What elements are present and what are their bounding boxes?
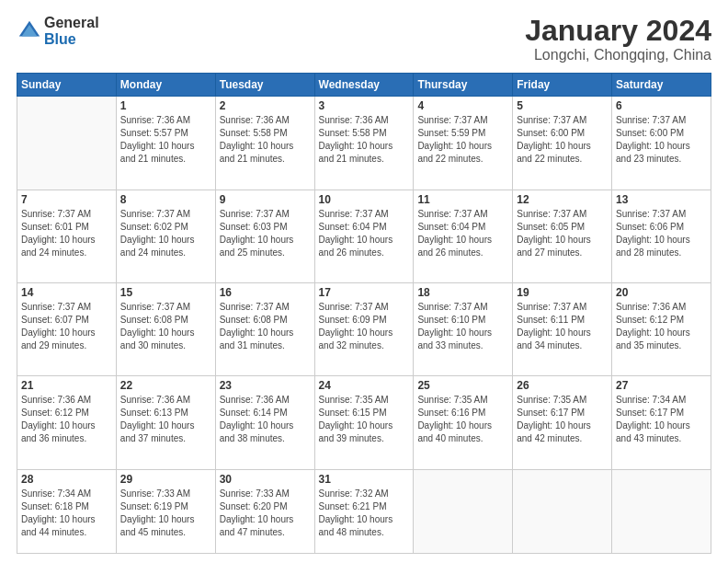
day-number: 23 bbox=[220, 379, 311, 392]
day-number: 21 bbox=[21, 379, 112, 392]
weekday-header: Saturday bbox=[612, 74, 711, 97]
day-number: 19 bbox=[517, 286, 608, 299]
day-number: 13 bbox=[616, 193, 707, 206]
day-number: 30 bbox=[220, 473, 311, 486]
day-info: Sunrise: 7:36 AM Sunset: 5:58 PM Dayligh… bbox=[319, 114, 410, 166]
day-info: Sunrise: 7:37 AM Sunset: 6:06 PM Dayligh… bbox=[616, 208, 707, 259]
calendar-cell: 26Sunrise: 7:35 AM Sunset: 6:17 PM Dayli… bbox=[513, 376, 612, 469]
day-number: 18 bbox=[417, 286, 508, 299]
day-number: 10 bbox=[319, 193, 410, 206]
day-number: 31 bbox=[319, 473, 410, 486]
weekday-header: Thursday bbox=[414, 74, 513, 97]
calendar-cell: 7Sunrise: 7:37 AM Sunset: 6:01 PM Daylig… bbox=[17, 190, 117, 282]
day-info: Sunrise: 7:35 AM Sunset: 6:17 PM Dayligh… bbox=[517, 394, 608, 445]
day-info: Sunrise: 7:37 AM Sunset: 6:00 PM Dayligh… bbox=[517, 114, 608, 166]
header: General Blue January 2024 Longchi, Chong… bbox=[17, 15, 711, 63]
day-info: Sunrise: 7:37 AM Sunset: 6:04 PM Dayligh… bbox=[319, 208, 410, 259]
calendar-cell: 1Sunrise: 7:36 AM Sunset: 5:57 PM Daylig… bbox=[116, 97, 215, 190]
calendar-cell: 11Sunrise: 7:37 AM Sunset: 6:04 PM Dayli… bbox=[414, 190, 513, 282]
day-number: 20 bbox=[616, 286, 707, 299]
logo-icon bbox=[17, 18, 42, 44]
day-number: 29 bbox=[120, 473, 211, 486]
calendar-cell: 16Sunrise: 7:37 AM Sunset: 6:08 PM Dayli… bbox=[215, 283, 314, 376]
calendar-cell bbox=[612, 469, 711, 553]
day-number: 7 bbox=[21, 193, 112, 206]
calendar-cell: 12Sunrise: 7:37 AM Sunset: 6:05 PM Dayli… bbox=[513, 190, 612, 282]
day-number: 6 bbox=[616, 99, 707, 112]
day-info: Sunrise: 7:37 AM Sunset: 6:05 PM Dayligh… bbox=[517, 208, 608, 259]
calendar-cell: 30Sunrise: 7:33 AM Sunset: 6:20 PM Dayli… bbox=[215, 469, 314, 553]
calendar-cell: 6Sunrise: 7:37 AM Sunset: 6:00 PM Daylig… bbox=[612, 97, 711, 190]
day-info: Sunrise: 7:35 AM Sunset: 6:15 PM Dayligh… bbox=[319, 394, 410, 445]
day-number: 9 bbox=[220, 193, 311, 206]
day-info: Sunrise: 7:37 AM Sunset: 5:59 PM Dayligh… bbox=[417, 114, 508, 166]
day-info: Sunrise: 7:36 AM Sunset: 6:13 PM Dayligh… bbox=[120, 394, 211, 445]
day-number: 14 bbox=[21, 286, 112, 299]
day-info: Sunrise: 7:37 AM Sunset: 6:03 PM Dayligh… bbox=[220, 208, 311, 259]
day-info: Sunrise: 7:36 AM Sunset: 6:12 PM Dayligh… bbox=[21, 394, 112, 445]
page: General Blue January 2024 Longchi, Chong… bbox=[0, 0, 728, 563]
day-number: 24 bbox=[319, 379, 410, 392]
day-number: 12 bbox=[517, 193, 608, 206]
day-info: Sunrise: 7:36 AM Sunset: 6:14 PM Dayligh… bbox=[220, 394, 311, 445]
day-info: Sunrise: 7:34 AM Sunset: 6:17 PM Dayligh… bbox=[616, 394, 707, 445]
day-info: Sunrise: 7:36 AM Sunset: 5:58 PM Dayligh… bbox=[220, 114, 311, 166]
day-info: Sunrise: 7:33 AM Sunset: 6:19 PM Dayligh… bbox=[120, 488, 211, 539]
calendar-cell: 4Sunrise: 7:37 AM Sunset: 5:59 PM Daylig… bbox=[414, 97, 513, 190]
day-info: Sunrise: 7:35 AM Sunset: 6:16 PM Dayligh… bbox=[417, 394, 508, 445]
weekday-header: Tuesday bbox=[215, 74, 314, 97]
calendar-cell: 23Sunrise: 7:36 AM Sunset: 6:14 PM Dayli… bbox=[215, 376, 314, 469]
day-info: Sunrise: 7:33 AM Sunset: 6:20 PM Dayligh… bbox=[220, 488, 311, 539]
weekday-header: Wednesday bbox=[314, 74, 414, 97]
day-info: Sunrise: 7:37 AM Sunset: 6:09 PM Dayligh… bbox=[319, 301, 410, 352]
calendar-cell: 18Sunrise: 7:37 AM Sunset: 6:10 PM Dayli… bbox=[414, 283, 513, 376]
month-title: January 2024 bbox=[525, 15, 711, 47]
day-info: Sunrise: 7:34 AM Sunset: 6:18 PM Dayligh… bbox=[21, 488, 112, 539]
day-number: 17 bbox=[319, 286, 410, 299]
day-info: Sunrise: 7:37 AM Sunset: 6:10 PM Dayligh… bbox=[417, 301, 508, 352]
calendar-cell: 19Sunrise: 7:37 AM Sunset: 6:11 PM Dayli… bbox=[513, 283, 612, 376]
calendar-cell: 31Sunrise: 7:32 AM Sunset: 6:21 PM Dayli… bbox=[314, 469, 414, 553]
day-number: 2 bbox=[220, 99, 311, 112]
day-info: Sunrise: 7:37 AM Sunset: 6:00 PM Dayligh… bbox=[616, 114, 707, 166]
logo-blue: Blue bbox=[44, 31, 99, 48]
day-info: Sunrise: 7:36 AM Sunset: 6:12 PM Dayligh… bbox=[616, 301, 707, 352]
day-number: 25 bbox=[417, 379, 508, 392]
day-info: Sunrise: 7:37 AM Sunset: 6:08 PM Dayligh… bbox=[120, 301, 211, 352]
calendar-cell: 9Sunrise: 7:37 AM Sunset: 6:03 PM Daylig… bbox=[215, 190, 314, 282]
day-info: Sunrise: 7:37 AM Sunset: 6:08 PM Dayligh… bbox=[220, 301, 311, 352]
calendar-cell: 25Sunrise: 7:35 AM Sunset: 6:16 PM Dayli… bbox=[414, 376, 513, 469]
weekday-header: Sunday bbox=[17, 74, 117, 97]
day-number: 16 bbox=[220, 286, 311, 299]
day-info: Sunrise: 7:37 AM Sunset: 6:11 PM Dayligh… bbox=[517, 301, 608, 352]
day-number: 27 bbox=[616, 379, 707, 392]
weekday-header: Friday bbox=[513, 74, 612, 97]
day-number: 5 bbox=[517, 99, 608, 112]
calendar-cell: 15Sunrise: 7:37 AM Sunset: 6:08 PM Dayli… bbox=[116, 283, 215, 376]
calendar-cell: 8Sunrise: 7:37 AM Sunset: 6:02 PM Daylig… bbox=[116, 190, 215, 282]
calendar-cell: 24Sunrise: 7:35 AM Sunset: 6:15 PM Dayli… bbox=[314, 376, 414, 469]
day-number: 11 bbox=[417, 193, 508, 206]
day-info: Sunrise: 7:36 AM Sunset: 5:57 PM Dayligh… bbox=[120, 114, 211, 166]
day-info: Sunrise: 7:37 AM Sunset: 6:02 PM Dayligh… bbox=[120, 208, 211, 259]
day-number: 3 bbox=[319, 99, 410, 112]
day-number: 1 bbox=[120, 99, 211, 112]
location-title: Longchi, Chongqing, China bbox=[525, 47, 711, 63]
title-block: January 2024 Longchi, Chongqing, China bbox=[525, 15, 711, 63]
calendar: SundayMondayTuesdayWednesdayThursdayFrid… bbox=[17, 73, 711, 554]
calendar-cell: 21Sunrise: 7:36 AM Sunset: 6:12 PM Dayli… bbox=[17, 376, 117, 469]
calendar-cell: 28Sunrise: 7:34 AM Sunset: 6:18 PM Dayli… bbox=[17, 469, 117, 553]
calendar-cell: 13Sunrise: 7:37 AM Sunset: 6:06 PM Dayli… bbox=[612, 190, 711, 282]
logo-text: General Blue bbox=[44, 15, 99, 47]
calendar-cell bbox=[414, 469, 513, 553]
calendar-cell: 22Sunrise: 7:36 AM Sunset: 6:13 PM Dayli… bbox=[116, 376, 215, 469]
calendar-cell bbox=[513, 469, 612, 553]
calendar-cell: 17Sunrise: 7:37 AM Sunset: 6:09 PM Dayli… bbox=[314, 283, 414, 376]
logo-general: General bbox=[44, 15, 99, 31]
calendar-cell: 27Sunrise: 7:34 AM Sunset: 6:17 PM Dayli… bbox=[612, 376, 711, 469]
calendar-cell: 14Sunrise: 7:37 AM Sunset: 6:07 PM Dayli… bbox=[17, 283, 117, 376]
day-info: Sunrise: 7:37 AM Sunset: 6:01 PM Dayligh… bbox=[21, 208, 112, 259]
day-info: Sunrise: 7:37 AM Sunset: 6:04 PM Dayligh… bbox=[417, 208, 508, 259]
day-number: 15 bbox=[120, 286, 211, 299]
day-number: 4 bbox=[417, 99, 508, 112]
